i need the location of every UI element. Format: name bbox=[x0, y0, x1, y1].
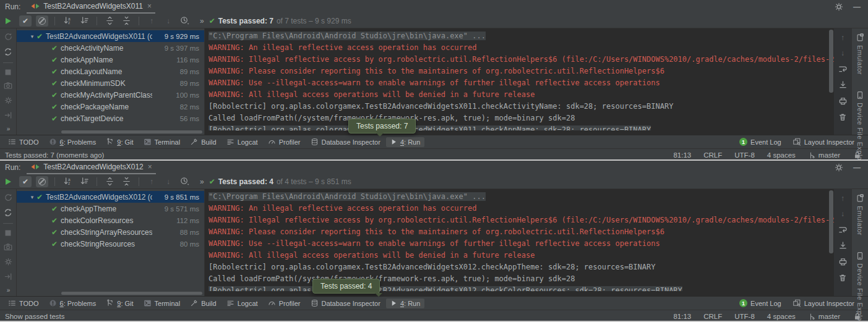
rerun-play-button[interactable] bbox=[6, 179, 11, 185]
toolbtn-problems[interactable]: 6: Problems bbox=[45, 298, 101, 308]
down-stacktrace-icon[interactable]: ↓ bbox=[841, 210, 844, 218]
import-test-results-icon[interactable] bbox=[4, 272, 13, 281]
tree-horizontal-scrollbar[interactable] bbox=[61, 130, 202, 133]
sort-alphabetically-button[interactable]: az bbox=[61, 15, 74, 27]
sort-alphabetically-button[interactable]: az bbox=[61, 176, 74, 187]
thread-dump-camera-icon[interactable] bbox=[3, 81, 13, 90]
git-branch-widget[interactable]: master bbox=[808, 151, 840, 159]
hidden-actions-icon[interactable]: » bbox=[7, 125, 10, 135]
previous-failed-test-button[interactable]: ↑ bbox=[145, 176, 158, 187]
next-failed-test-button[interactable]: ↓ bbox=[162, 176, 174, 187]
lock-icon[interactable] bbox=[853, 312, 862, 321]
lock-icon[interactable] bbox=[853, 151, 862, 159]
test-tree-row[interactable]: ✔ checkColorResources 112 ms bbox=[17, 214, 204, 226]
show-passed-toggle[interactable]: ✔ bbox=[19, 15, 32, 27]
test-tree-row[interactable]: ▾ ✔ TestB2AdvancedWidgetsX011 (org.a 9 s… bbox=[17, 30, 204, 42]
test-tree-row[interactable]: ✔ checkActivityName 9 s 397 ms bbox=[17, 42, 204, 54]
expand-all-button[interactable] bbox=[103, 15, 116, 27]
clear-trash-icon[interactable] bbox=[838, 112, 847, 122]
toolbtn-logcat[interactable]: Logcat bbox=[222, 137, 262, 147]
tree-horizontal-scrollbar[interactable] bbox=[61, 292, 202, 295]
caret-position-widget[interactable]: 81:13 bbox=[673, 151, 691, 159]
close-icon[interactable]: × bbox=[148, 163, 152, 171]
clear-trash-icon[interactable] bbox=[838, 273, 847, 282]
test-tree[interactable]: ▾ ✔ TestB2AdvancedWidgetsX011 (org.a 9 s… bbox=[17, 28, 205, 135]
rerun-failed-tests-icon[interactable] bbox=[3, 208, 13, 218]
test-tree-row[interactable]: ▾ ✔ TestB2AdvancedWidgetsX012 (org.a 9 s… bbox=[17, 191, 204, 203]
thread-dump-camera-icon[interactable] bbox=[3, 242, 13, 252]
toolbtn-profiler[interactable]: Profiler bbox=[264, 298, 305, 308]
test-tree-row[interactable]: ✔ checkStringArrayResources 88 ms bbox=[17, 226, 204, 238]
event-log-button[interactable]: 1Event Log bbox=[739, 299, 781, 307]
indent-widget[interactable]: 4 spaces bbox=[767, 313, 796, 320]
gear-slash-icon[interactable] bbox=[4, 96, 13, 105]
test-tree-row[interactable]: ✔ checkTargetDevice 56 ms bbox=[17, 112, 204, 124]
console-output[interactable]: "C:\Program Files\Android\Android Studio… bbox=[205, 189, 834, 296]
encoding-widget[interactable]: UTF-8 bbox=[734, 313, 755, 320]
minimize-icon[interactable]: — bbox=[853, 163, 861, 172]
expand-all-button[interactable] bbox=[103, 176, 116, 187]
test-tree-row[interactable]: ✔ checkAppTheme 9 s 571 ms bbox=[17, 203, 204, 214]
print-icon[interactable] bbox=[838, 96, 848, 106]
toolbtn-todo[interactable]: TODO bbox=[4, 137, 43, 147]
rerun-icon[interactable] bbox=[4, 193, 13, 202]
console-vertical-scrollbar[interactable] bbox=[829, 30, 833, 93]
collapse-all-button[interactable] bbox=[120, 176, 132, 187]
event-log-button[interactable]: 1Event Log bbox=[739, 138, 781, 146]
dock-item-device-file-explorer[interactable]: Device File Explorer bbox=[856, 252, 864, 322]
toolbtn-database-inspector[interactable]: Database Inspector bbox=[306, 137, 385, 147]
toolbtn-run[interactable]: 4: Run bbox=[386, 137, 424, 147]
dock-item-emulator[interactable]: Emulator bbox=[856, 194, 864, 235]
show-ignored-toggle[interactable] bbox=[36, 176, 48, 187]
down-stacktrace-icon[interactable]: ↓ bbox=[841, 49, 844, 57]
encoding-widget[interactable]: UTF-8 bbox=[734, 151, 755, 159]
toolbtn-database-inspector[interactable]: Database Inspector bbox=[306, 298, 385, 308]
caret-position-widget[interactable]: 81:13 bbox=[673, 313, 691, 320]
toolbtn-build[interactable]: Build bbox=[186, 137, 220, 147]
test-tree-row[interactable]: ✔ checkPackageName 82 ms bbox=[17, 101, 204, 112]
test-tree-row[interactable]: ✔ checkStringResources 80 ms bbox=[17, 238, 204, 250]
sort-by-duration-button[interactable] bbox=[78, 15, 90, 27]
test-history-button[interactable] bbox=[179, 15, 191, 27]
test-tree[interactable]: ▾ ✔ TestB2AdvancedWidgetsX012 (org.a 9 s… bbox=[17, 189, 205, 296]
scroll-to-end-icon[interactable] bbox=[838, 241, 848, 250]
console-vertical-scrollbar[interactable] bbox=[829, 190, 833, 253]
rerun-play-button[interactable] bbox=[6, 18, 11, 24]
toolbtn-profiler[interactable]: Profiler bbox=[264, 137, 305, 147]
toolbtn-git[interactable]: 9: Git bbox=[101, 298, 137, 308]
previous-failed-test-button[interactable]: ↑ bbox=[145, 15, 158, 27]
gear-icon[interactable] bbox=[835, 2, 843, 11]
toolbtn-problems[interactable]: 6: Problems bbox=[45, 137, 101, 147]
more-chevrons-icon[interactable]: » bbox=[200, 17, 204, 25]
test-tree-row[interactable]: ✔ checkMinimumSDK 89 ms bbox=[17, 77, 204, 89]
show-passed-toggle[interactable]: ✔ bbox=[19, 176, 32, 187]
test-history-button[interactable] bbox=[179, 176, 191, 187]
layout-inspector-button[interactable]: Layout Inspector bbox=[793, 138, 854, 146]
next-failed-test-button[interactable]: ↓ bbox=[162, 15, 174, 27]
minimize-icon[interactable]: — bbox=[853, 2, 861, 11]
up-stacktrace-icon[interactable]: ↑ bbox=[841, 33, 844, 42]
indent-widget[interactable]: 4 spaces bbox=[767, 151, 796, 159]
show-ignored-toggle[interactable] bbox=[36, 15, 48, 27]
toolbtn-build[interactable]: Build bbox=[186, 298, 220, 308]
toolbtn-logcat[interactable]: Logcat bbox=[222, 298, 262, 308]
layout-inspector-button[interactable]: Layout Inspector bbox=[793, 299, 854, 307]
collapse-all-button[interactable] bbox=[120, 15, 132, 27]
close-icon[interactable]: × bbox=[147, 2, 152, 11]
print-icon[interactable] bbox=[838, 257, 848, 266]
line-ending-widget[interactable]: CRLF bbox=[703, 313, 722, 320]
dock-item-emulator[interactable]: Emulator bbox=[856, 33, 864, 75]
gear-slash-icon[interactable] bbox=[4, 257, 13, 266]
rerun-failed-tests-icon[interactable] bbox=[3, 47, 13, 57]
soft-wrap-icon[interactable] bbox=[838, 64, 848, 74]
toolbtn-git[interactable]: 9: Git bbox=[101, 137, 137, 147]
toolbtn-terminal[interactable]: Terminal bbox=[139, 298, 185, 308]
toolbtn-run[interactable]: 4: Run bbox=[386, 299, 424, 308]
toolbtn-terminal[interactable]: Terminal bbox=[139, 137, 185, 147]
toolbtn-todo[interactable]: TODO bbox=[4, 298, 43, 308]
up-stacktrace-icon[interactable]: ↑ bbox=[841, 194, 844, 203]
soft-wrap-icon[interactable] bbox=[838, 225, 848, 234]
sort-by-duration-button[interactable] bbox=[78, 176, 90, 187]
chevron-down-icon[interactable]: ▾ bbox=[28, 33, 37, 40]
more-chevrons-icon[interactable]: » bbox=[200, 177, 204, 186]
